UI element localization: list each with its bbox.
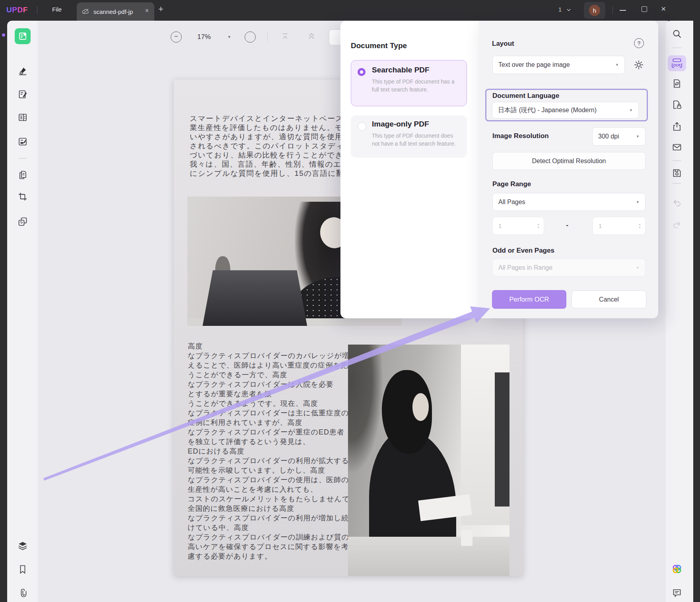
save-icon: [672, 168, 682, 178]
redo-button[interactable]: [669, 217, 685, 233]
protect-pdf-button[interactable]: [669, 97, 685, 113]
page-text-line: なプラクティスプロバイダーは入院を必要: [188, 380, 373, 389]
layers-panel-button[interactable]: [15, 538, 31, 554]
page-text-line: なプラクティスプロバイダーの利用が増加し続: [188, 513, 373, 523]
comments-button[interactable]: [669, 585, 685, 601]
email-button[interactable]: [669, 139, 685, 155]
updf-ai-button[interactable]: [669, 561, 685, 577]
attachments-panel-button[interactable]: [15, 585, 31, 601]
page-up-double-icon[interactable]: [307, 32, 316, 41]
page-text-line: なプラクティスプロバイダーの使用は、医師の: [188, 475, 373, 485]
left-sidebar: [7, 21, 38, 602]
ocr-settings-panel: Layout ? Text over the page image ▼ Docu…: [479, 21, 658, 318]
help-icon[interactable]: ?: [634, 38, 644, 48]
page-text-line: を独立して評価するという発見は、: [188, 437, 373, 446]
option-description: This type of PDF document has a full tex…: [372, 78, 461, 94]
pages-tool-button[interactable]: [15, 167, 31, 183]
search-icon: [672, 29, 682, 39]
page-text-line: 症例に利用されていますが、高度: [188, 418, 373, 427]
odd-even-select[interactable]: All Pages in Range ▼: [492, 259, 646, 277]
page-text-line: 高いケアを確保するプロセスに関する影響を考: [188, 542, 373, 551]
avatar: h: [589, 5, 600, 16]
zoom-level[interactable]: 17%: [197, 33, 211, 41]
ocr-button-active[interactable]: OCR: [668, 55, 686, 71]
option-title: Image-only PDF: [372, 120, 429, 129]
zoom-out-button[interactable]: −: [171, 31, 182, 43]
titlebar-divider-2: [612, 6, 613, 14]
ai-flower-icon: [671, 563, 682, 575]
undo-button[interactable]: [669, 195, 685, 211]
radio-selected-icon[interactable]: [358, 68, 366, 76]
range-to-value: 1: [599, 222, 602, 229]
edit-pdf-button[interactable]: [15, 86, 31, 102]
fill-sign-button[interactable]: [15, 134, 31, 150]
window-minimize-button[interactable]: [620, 10, 626, 11]
account-button[interactable]: h: [584, 2, 605, 19]
option-title: Searchable PDF: [372, 66, 430, 74]
compare-tool-button[interactable]: [15, 214, 31, 230]
page-text-line: なプラクティスプロバイダーのカバレッジが増: [188, 351, 373, 360]
svg-text:OCR: OCR: [673, 63, 681, 67]
page-number-input[interactable]: [329, 29, 342, 45]
layout-settings-gear-icon[interactable]: [633, 59, 644, 70]
crop-tool-button[interactable]: [15, 189, 31, 205]
compare-icon: [18, 216, 28, 227]
new-tab-button[interactable]: +: [158, 4, 163, 14]
copy-pages-icon: [18, 170, 28, 180]
form-edit-icon: [18, 136, 28, 147]
zoom-caret-icon[interactable]: ▼: [228, 35, 231, 39]
annotate-tool-button[interactable]: [15, 62, 31, 78]
detect-optimal-resolution-button[interactable]: Detect Optimal Resolution: [492, 152, 646, 170]
option-description: This type of PDF document does not have …: [372, 132, 461, 148]
radio-unselected-icon[interactable]: [358, 122, 366, 131]
range-from-input[interactable]: 1 ▲▼: [492, 217, 544, 235]
search-button[interactable]: [669, 26, 685, 42]
photo-detail: [202, 270, 307, 326]
save-button[interactable]: [669, 165, 685, 181]
cancel-button[interactable]: Cancel: [572, 290, 646, 308]
window-maximize-button[interactable]: [642, 6, 647, 12]
chevron-down-icon: ▼: [636, 134, 640, 138]
layout-label: Layout: [492, 40, 514, 48]
document-tab[interactable]: scanned-pdf-jp ×: [77, 2, 154, 21]
photo-detail: [461, 530, 472, 546]
option-image-only-pdf[interactable]: Image-only PDF This type of PDF document…: [351, 115, 467, 158]
redo-icon: [672, 220, 682, 230]
photo-detail: [495, 372, 509, 507]
tab-title: scanned-pdf-jp: [93, 8, 133, 15]
page-indicator-chevron-icon[interactable]: [566, 8, 571, 12]
scroll-to-top-icon[interactable]: [281, 33, 290, 41]
updf-window: UPDF File Help scanned-pdf-jp × + 1 h ×: [0, 0, 700, 602]
page-range-select[interactable]: All Pages ▼: [492, 193, 646, 211]
page-text-line: 生産性が高いことを考慮に入れても、: [188, 485, 373, 494]
note-edit-icon: [18, 89, 28, 99]
zoom-in-button[interactable]: [245, 31, 256, 43]
share-button[interactable]: [669, 119, 685, 134]
mail-icon: [672, 142, 682, 152]
updf-logo: UPDF: [6, 6, 28, 14]
organize-pages-button[interactable]: [15, 109, 31, 125]
spinner-arrows-icon[interactable]: ▲▼: [537, 223, 540, 229]
window-close-button[interactable]: ×: [661, 4, 666, 14]
option-searchable-pdf[interactable]: Searchable PDF This type of PDF document…: [351, 60, 467, 106]
page-indicator[interactable]: 1: [558, 6, 562, 13]
image-resolution-select[interactable]: 300 dpi ▼: [592, 127, 646, 146]
document-language-select[interactable]: 日本語 (現代) - Japanese (Modern) ▼: [492, 102, 639, 119]
toolbar-divider: [267, 32, 268, 41]
layout-select[interactable]: Text over the page image ▼: [492, 56, 625, 74]
page-text-line: 慮する必要があります。: [188, 551, 373, 561]
tab-close-icon[interactable]: ×: [145, 7, 149, 14]
layers-icon: [18, 541, 28, 551]
range-to-input[interactable]: 1 ▲▼: [593, 217, 646, 235]
document-language-highlight: Document Language 日本語 (現代) - Japanese (M…: [485, 89, 648, 121]
sidebar-divider: [673, 183, 681, 184]
reader-mode-button[interactable]: [15, 28, 31, 44]
odd-even-label: Odd or Even Pages: [492, 247, 554, 255]
bookmarks-panel-button[interactable]: [15, 561, 31, 577]
menu-file[interactable]: File: [52, 6, 62, 13]
spinner-arrows-icon[interactable]: ▲▼: [638, 223, 641, 229]
convert-pdf-button[interactable]: [669, 76, 685, 92]
page-paragraph-2: 高度なプラクティスプロバイダーのカバレッジが増えることで、医師はより高い重症度の…: [188, 341, 373, 561]
document-language-value: 日本語 (現代) - Japanese (Modern): [498, 106, 597, 115]
perform-ocr-button[interactable]: Perform OCR: [492, 290, 566, 309]
